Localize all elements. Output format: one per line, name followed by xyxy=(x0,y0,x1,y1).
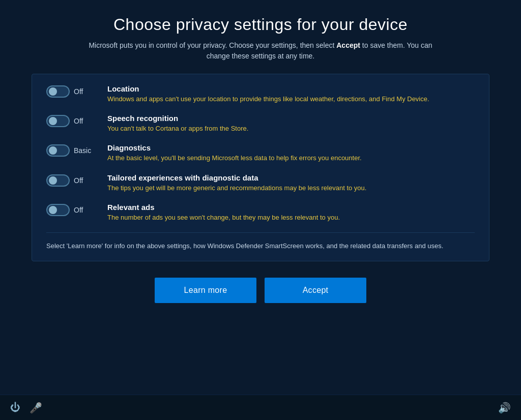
page-subtitle: Microsoft puts you in control of your pr… xyxy=(88,40,433,62)
learn-more-button[interactable]: Learn more xyxy=(155,278,256,303)
toggle-tailored[interactable] xyxy=(46,174,70,187)
toggle-group-tailored: Off xyxy=(46,174,102,187)
setting-desc-location: Windows and apps can't use your location… xyxy=(107,95,475,104)
power-icon[interactable]: ⏻ xyxy=(10,402,20,413)
setting-name-location: Location xyxy=(107,84,475,93)
page-title: Choose privacy settings for your device xyxy=(113,15,408,34)
setting-desc-speech: You can't talk to Cortana or apps from t… xyxy=(107,124,475,133)
taskbar: ⏻ 🎤 🔊 xyxy=(0,395,521,420)
toggle-knob-ads xyxy=(49,206,57,214)
toggle-label-speech: Off xyxy=(74,117,93,125)
toggle-speech[interactable] xyxy=(46,115,70,127)
toggle-group-diagnostics: Basic xyxy=(46,144,102,157)
subtitle-bold: Accept xyxy=(336,41,360,49)
setting-name-diagnostics: Diagnostics xyxy=(107,143,475,152)
toggle-group-speech: Off xyxy=(46,115,102,127)
setting-content-tailored: Tailored experiences with diagnostic dat… xyxy=(107,173,475,193)
setting-desc-diagnostics: At the basic level, you'll be sending Mi… xyxy=(107,154,475,163)
toggle-ads[interactable] xyxy=(46,204,70,216)
toggle-label-ads: Off xyxy=(74,206,93,214)
volume-icon[interactable]: 🔊 xyxy=(498,402,511,413)
taskbar-right: 🔊 xyxy=(498,402,511,414)
setting-row-location: Off Location Windows and apps can't use … xyxy=(46,84,475,104)
accept-button[interactable]: Accept xyxy=(265,278,366,303)
microphone-icon[interactable]: 🎤 xyxy=(30,402,42,414)
toggle-label-location: Off xyxy=(74,87,93,96)
setting-name-ads: Relevant ads xyxy=(107,203,475,212)
setting-row-speech: Off Speech recognition You can't talk to… xyxy=(46,114,475,133)
toggle-group-location: Off xyxy=(46,85,102,98)
setting-row-diagnostics: Basic Diagnostics At the basic level, yo… xyxy=(46,143,475,163)
subtitle-prefix: Microsoft puts you in control of your pr… xyxy=(89,41,336,49)
toggle-knob-location xyxy=(49,87,57,96)
setting-desc-tailored: The tips you get will be more generic an… xyxy=(107,184,475,193)
toggle-knob-diagnostics xyxy=(49,146,57,155)
setting-name-tailored: Tailored experiences with diagnostic dat… xyxy=(107,173,475,182)
button-row: Learn more Accept xyxy=(155,278,366,303)
setting-row-ads: Off Relevant ads The number of ads you s… xyxy=(46,203,475,222)
toggle-knob-speech xyxy=(49,117,57,125)
taskbar-left: ⏻ 🎤 xyxy=(10,402,42,414)
setting-content-ads: Relevant ads The number of ads you see w… xyxy=(107,203,475,222)
setting-content-speech: Speech recognition You can't talk to Cor… xyxy=(107,114,475,133)
info-text: Select 'Learn more' for info on the abov… xyxy=(46,232,475,251)
toggle-location[interactable] xyxy=(46,85,70,98)
toggle-group-ads: Off xyxy=(46,204,102,216)
settings-panel: Off Location Windows and apps can't use … xyxy=(32,74,489,261)
setting-row-tailored: Off Tailored experiences with diagnostic… xyxy=(46,173,475,193)
setting-desc-ads: The number of ads you see won't change, … xyxy=(107,213,475,222)
setting-name-speech: Speech recognition xyxy=(107,114,475,123)
toggle-label-diagnostics: Basic xyxy=(74,146,93,155)
setting-content-diagnostics: Diagnostics At the basic level, you'll b… xyxy=(107,143,475,163)
toggle-knob-tailored xyxy=(49,176,57,185)
toggle-label-tailored: Off xyxy=(74,176,93,185)
toggle-diagnostics[interactable] xyxy=(46,144,70,157)
main-content: Choose privacy settings for your device … xyxy=(0,0,521,395)
setting-content-location: Location Windows and apps can't use your… xyxy=(107,84,475,104)
